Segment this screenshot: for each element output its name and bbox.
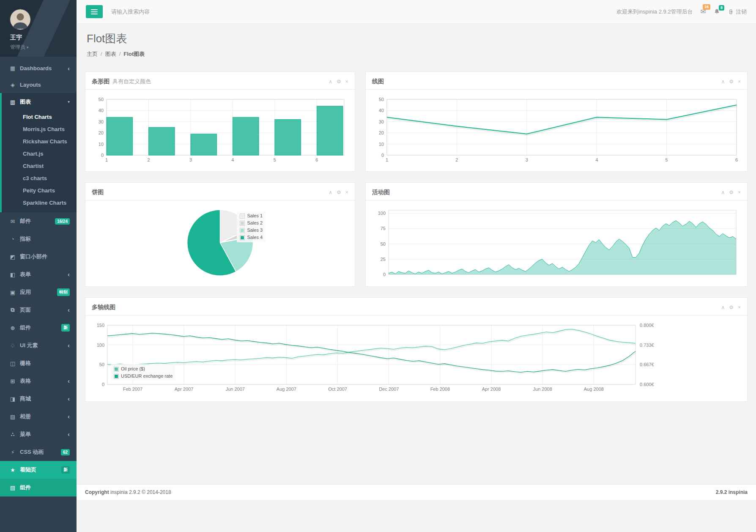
chart-legend: Sales 1Sales 2Sales 3Sales 4: [237, 211, 266, 242]
sidebar-item-components[interactable]: ⊕组件新: [0, 319, 77, 337]
avatar-image: [10, 9, 30, 30]
svg-text:50: 50: [379, 97, 384, 102]
row-2: 饼图 ∧ ⚙ × Sales 1Sales 2Sales 3Sales 4: [80, 182, 753, 287]
sidebar-item-forms[interactable]: ◧表单‹: [0, 266, 77, 283]
sidebar-item-gallery[interactable]: ▨相册‹: [0, 408, 77, 425]
svg-text:0: 0: [102, 382, 104, 387]
sidebar-item-apps[interactable]: ▣应用特别: [0, 283, 77, 301]
sidebar-subitem-rickshaw-charts[interactable]: Rickshaw Charts: [2, 135, 77, 148]
wrench-icon[interactable]: ⚙: [337, 79, 341, 85]
menu-badge: 16/24: [55, 218, 70, 225]
svg-text:Aug 2007: Aug 2007: [277, 387, 296, 392]
sidebar-item-ui-elements[interactable]: ♢UI 元素‹: [0, 337, 77, 354]
logout-button[interactable]: 注销: [728, 8, 747, 16]
breadcrumb-home[interactable]: 主页: [87, 50, 102, 58]
svg-text:0.733€: 0.733€: [640, 343, 654, 348]
close-icon[interactable]: ×: [738, 304, 741, 310]
collapse-icon[interactable]: ∧: [329, 189, 332, 195]
svg-text:Jun 2008: Jun 2008: [533, 387, 552, 392]
legend-label: Sales 3: [247, 227, 263, 234]
close-icon[interactable]: ×: [345, 189, 348, 195]
navbar-right: 欢迎来到inspinia 2.9.2管理后台 ✉ 16 8 注销: [616, 8, 747, 16]
sidebar-subitem-flot-charts[interactable]: Flot Charts: [2, 111, 77, 123]
sidebar-item-components-bottom[interactable]: ▤组件: [0, 479, 77, 496]
sidebar-item-layouts[interactable]: ◈Layouts: [0, 77, 77, 93]
close-icon[interactable]: ×: [345, 79, 348, 85]
sidebar-item-label: 邮件: [20, 217, 51, 225]
sign-out-icon: [728, 9, 734, 15]
sidebar-item-mail[interactable]: ✉邮件16/24: [0, 212, 77, 230]
wrench-icon[interactable]: ⚙: [729, 189, 734, 195]
wrench-icon[interactable]: ⚙: [729, 79, 734, 85]
avatar[interactable]: [10, 9, 30, 30]
sidebar-item-ecommerce[interactable]: ◨商城‹: [0, 390, 77, 408]
page-wrapper: 欢迎来到inspinia 2.9.2管理后台 ✉ 16 8 注销 Flot图表: [77, 0, 756, 532]
collapse-icon[interactable]: ∧: [721, 304, 725, 310]
cart-icon: ◨: [9, 396, 16, 402]
menu-badge: 新: [61, 324, 70, 332]
sidebar-item-css-animations[interactable]: ⚡CSS 动画62: [0, 443, 77, 461]
notifications-badge: 8: [719, 5, 724, 11]
panel-bar-title-bar: 条形图 具有自定义颜色 ∧ ⚙ ×: [85, 72, 355, 90]
panel-tools: ∧ ⚙ ×: [721, 79, 741, 85]
row-1: 条形图 具有自定义颜色 ∧ ⚙ × 01020304050123456: [80, 71, 753, 172]
sidebar-subitem-chartist[interactable]: Chartist: [2, 160, 77, 172]
menu-badge: 新: [61, 466, 70, 474]
sidebar-item-metrics[interactable]: ◔指标: [0, 230, 77, 248]
list-icon: ▤: [9, 485, 16, 491]
svg-text:50: 50: [381, 241, 386, 247]
sidebar-item-menu[interactable]: ∴菜单‹: [0, 425, 77, 443]
columns-icon: ◫: [9, 360, 16, 367]
user-role-dropdown[interactable]: 管理员▾: [10, 44, 66, 51]
sidebar-item-widgets[interactable]: ◩窗口小部件: [0, 248, 77, 266]
panel-bar-chart: 条形图 具有自定义颜色 ∧ ⚙ × 01020304050123456: [85, 71, 355, 172]
panel-tools: ∧ ⚙ ×: [329, 189, 348, 195]
panel-activity-title-bar: 活动图 ∧ ⚙ ×: [366, 183, 747, 200]
globe-icon: ⊕: [9, 325, 16, 331]
sidebar-item-grid[interactable]: ◫栅格: [0, 354, 77, 372]
pages-icon: ⧉: [9, 307, 16, 313]
sidebar-subitem-chart-js[interactable]: Chart.js: [2, 148, 77, 160]
messages-button[interactable]: ✉ 16: [701, 8, 706, 16]
sidebar-item-tables[interactable]: ⊞表格‹: [0, 372, 77, 390]
wrench-icon[interactable]: ⚙: [337, 189, 341, 195]
notifications-button[interactable]: 8: [714, 8, 720, 15]
svg-text:4: 4: [231, 157, 234, 162]
sidebar-item-label: 栅格: [20, 359, 70, 367]
svg-text:Dec 2007: Dec 2007: [379, 387, 399, 392]
collapse-icon[interactable]: ∧: [721, 79, 725, 85]
sidebar-subitem-peity-charts[interactable]: Peity Charts: [2, 184, 77, 197]
svg-text:3: 3: [526, 157, 528, 162]
collapse-icon[interactable]: ∧: [721, 189, 725, 195]
collapse-icon[interactable]: ∧: [329, 79, 332, 85]
breadcrumb: 主页 图表 Flot图表: [87, 50, 746, 58]
svg-text:10: 10: [99, 142, 104, 147]
footer: Copyright inspinia 2.9.2 © 2014-2018 2.9…: [77, 484, 756, 500]
close-icon[interactable]: ×: [738, 189, 741, 195]
sidebar-subitem-morris-js-charts[interactable]: Morris.js Charts: [2, 123, 77, 135]
sidebar-subitem-sparkline-charts[interactable]: Sparkline Charts: [2, 197, 77, 209]
sidebar-item-dashboards[interactable]: ▦Dashboards‹: [0, 60, 77, 77]
page-heading: Flot图表 主页 图表 Flot图表: [77, 24, 756, 64]
sidebar-item-pages[interactable]: ⧉页面‹: [0, 301, 77, 319]
wrench-icon[interactable]: ⚙: [729, 304, 734, 310]
sidebar-item-charts[interactable]: ▥图表▾Flot ChartsMorris.js ChartsRickshaw …: [0, 93, 77, 212]
sidebar-item-landing-page[interactable]: ★着陆页新: [0, 461, 77, 479]
svg-text:Feb 2007: Feb 2007: [123, 387, 142, 392]
pie-chart-canvas: Sales 1Sales 2Sales 3Sales 4: [94, 207, 346, 279]
svg-text:0: 0: [383, 272, 386, 277]
sidebar-subitem-c3-charts[interactable]: c3 charts: [2, 172, 77, 184]
panel-title: 饼图: [92, 189, 104, 196]
line-chart-canvas: 01020304050123456: [374, 96, 739, 164]
breadcrumb-charts[interactable]: 图表: [105, 50, 121, 58]
panel-pie-chart: 饼图 ∧ ⚙ × Sales 1Sales 2Sales 3Sales 4: [85, 182, 355, 287]
svg-text:2: 2: [147, 157, 150, 162]
sidebar-toggle-button[interactable]: [86, 5, 103, 18]
legend-color-box: [240, 221, 245, 226]
search-input[interactable]: [110, 8, 212, 15]
footer-copyright: Copyright inspinia 2.9.2 © 2014-2018: [85, 489, 171, 495]
svg-text:100: 100: [378, 211, 385, 216]
close-icon[interactable]: ×: [738, 79, 741, 85]
svg-text:50: 50: [99, 362, 104, 367]
legend-label: Oil price ($): [121, 365, 145, 373]
